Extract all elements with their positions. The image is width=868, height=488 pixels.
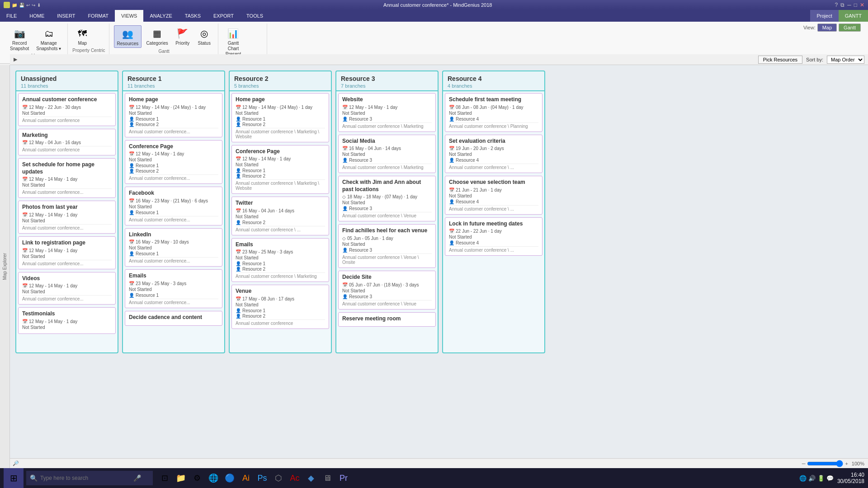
help-icon[interactable]: ? bbox=[835, 2, 838, 8]
priority-button[interactable]: 🚩 Priority bbox=[173, 25, 193, 47]
battery-icon[interactable]: 🔋 bbox=[817, 475, 825, 482]
card-date: 📅 19 Jun - 20 Jun · 2 days bbox=[449, 146, 538, 151]
card-resource: 👤 Resource 2 bbox=[236, 267, 325, 272]
window-title: Annual customer conference* - MindGenius… bbox=[41, 2, 835, 8]
list-item[interactable]: Home page📅 12 May - 14 May · (24 May) · … bbox=[125, 93, 222, 137]
tab-project[interactable]: Project bbox=[810, 10, 838, 22]
list-item[interactable]: Set evaluation criteria📅 19 Jun - 20 Jun… bbox=[445, 135, 542, 174]
list-item[interactable]: Decide Site📅 05 Jun - 07 Jun · (18 May) … bbox=[338, 271, 436, 310]
list-item[interactable]: Conference Page📅 12 May - 14 May · 1 day… bbox=[231, 145, 329, 194]
chrome-button[interactable]: 🔵 bbox=[222, 471, 237, 485]
zoom-slider[interactable]: ─ + bbox=[802, 460, 848, 467]
list-item[interactable]: LinkedIn📅 16 May - 29 May · 10 daysNot S… bbox=[125, 228, 222, 267]
photoshop-button[interactable]: Ps bbox=[255, 471, 269, 485]
list-item[interactable]: Set schedule for home page updates📅 12 M… bbox=[18, 158, 116, 198]
manage-snapshots-button[interactable]: 🗂 ManageSnapshots ▾ bbox=[33, 25, 64, 52]
microphone-icon[interactable]: 🎤 bbox=[133, 474, 141, 482]
network-icon[interactable]: 🌐 bbox=[799, 475, 807, 482]
person-icon: 👤 bbox=[236, 117, 241, 122]
list-item[interactable]: Schedule first team meeting📅 08 Jun - 08… bbox=[445, 93, 542, 132]
app8-button[interactable]: 🖥 bbox=[320, 471, 335, 485]
tab-file[interactable]: FILE bbox=[0, 10, 23, 22]
card-path: Annual customer conference \ ... bbox=[236, 226, 325, 232]
tab-views[interactable]: VIEWS bbox=[115, 10, 143, 22]
list-item[interactable]: Choose venue selection team📅 21 Jun - 21… bbox=[445, 176, 542, 215]
list-item[interactable]: Emails📅 23 May - 25 May · 3 daysNot Star… bbox=[125, 269, 222, 308]
settings-button[interactable]: ⚙ bbox=[190, 471, 204, 485]
list-item[interactable]: Photos from last year📅 12 May - 14 May ·… bbox=[18, 201, 116, 234]
task-view-button[interactable]: ⊡ bbox=[157, 471, 172, 485]
volume-icon[interactable]: 🔊 bbox=[808, 475, 816, 482]
edge-button[interactable]: 🌐 bbox=[206, 471, 221, 485]
record-snapshot-button[interactable]: 📷 RecordSnapshot bbox=[7, 25, 32, 52]
card-date: ◇ 05 Jun - 05 Jun · 1 day bbox=[342, 236, 432, 241]
view-label: View: bbox=[803, 25, 816, 30]
list-item[interactable]: Social Media📅 16 May - 04 Jun · 14 daysN… bbox=[338, 135, 436, 174]
list-item[interactable]: Annual customer conference📅 12 May - 22 … bbox=[18, 93, 116, 126]
file-explorer-button[interactable]: 📁 bbox=[174, 471, 188, 485]
notification-icon[interactable]: 💬 bbox=[826, 475, 834, 482]
pick-resources-button[interactable]: Pick Resources bbox=[758, 56, 802, 64]
card-title: Decide Site bbox=[342, 274, 432, 281]
app6-button[interactable]: ⬡ bbox=[271, 471, 286, 485]
card-status: Not Started bbox=[129, 111, 218, 116]
app7-button[interactable]: ◆ bbox=[304, 471, 318, 485]
card-date: 📅 12 May - 22 Jun · 30 days bbox=[22, 105, 112, 110]
categories-button[interactable]: ▦ Categories bbox=[143, 25, 170, 47]
card-resource: 👤 Resource 2 bbox=[236, 220, 325, 225]
restore-icon[interactable]: ⧉ bbox=[840, 2, 844, 8]
left-sidebar-collapse[interactable]: Map Explorer bbox=[0, 65, 10, 468]
list-item[interactable]: Decide cadence and content bbox=[125, 311, 222, 326]
search-input[interactable] bbox=[40, 475, 131, 481]
list-item[interactable]: Venue📅 17 May - 08 Jun · 17 daysNot Star… bbox=[231, 285, 329, 329]
card-path: Annual customer conference... bbox=[129, 216, 218, 222]
list-item[interactable]: Conference Page📅 12 May - 14 May · 1 day… bbox=[125, 140, 222, 184]
map-button[interactable]: 🗺 Map bbox=[72, 25, 92, 47]
tab-home[interactable]: HOME bbox=[23, 10, 51, 22]
sort-by-select[interactable]: Map Order bbox=[827, 56, 864, 64]
list-item[interactable]: Find achilles heel for each venue◇ 05 Ju… bbox=[338, 224, 436, 268]
tab-tasks[interactable]: TASKS bbox=[179, 10, 207, 22]
start-button[interactable]: ⊞ bbox=[4, 468, 24, 488]
minimize-button[interactable]: ─ bbox=[847, 2, 851, 8]
list-item[interactable]: Link to registration page📅 12 May - 14 M… bbox=[18, 236, 116, 269]
sort-by-label: Sort by: bbox=[806, 57, 823, 62]
tab-insert[interactable]: INSERT bbox=[51, 10, 81, 22]
card-resource: 👤 Resource 1 bbox=[236, 117, 325, 122]
list-item[interactable]: Check with Jim and Ann about past locati… bbox=[338, 176, 436, 221]
list-item[interactable]: Testimonials📅 12 May - 14 May · 1 dayNot… bbox=[18, 307, 116, 334]
card-path: Annual customer conference bbox=[22, 117, 112, 123]
maximize-button[interactable]: □ bbox=[854, 2, 857, 8]
calendar-icon: 📅 bbox=[236, 208, 241, 213]
list-item[interactable]: Emails📅 23 May - 25 May · 3 daysNot Star… bbox=[231, 238, 329, 282]
tab-export[interactable]: EXPORT bbox=[207, 10, 240, 22]
calendar-icon: 📅 bbox=[22, 105, 28, 110]
taskbar-search[interactable]: 🔍 🎤 bbox=[26, 471, 153, 485]
zoom-range[interactable] bbox=[807, 460, 843, 467]
status-button[interactable]: ◎ Status bbox=[194, 25, 214, 47]
tab-tools[interactable]: TOOLS bbox=[240, 10, 269, 22]
list-item[interactable]: Videos📅 12 May - 14 May · 1 dayNot Start… bbox=[18, 272, 116, 305]
list-item[interactable]: Marketing📅 12 May - 04 Jun · 16 daysAnnu… bbox=[18, 129, 116, 156]
tab-analyze[interactable]: ANALYZE bbox=[143, 10, 178, 22]
list-item[interactable]: Home page📅 12 May - 14 May · (24 May) · … bbox=[231, 93, 329, 142]
left-collapse-arrow[interactable]: ▶ bbox=[14, 56, 17, 62]
view-gantt-button[interactable]: Gantt bbox=[839, 23, 861, 32]
list-item[interactable]: Reserve meeting room bbox=[338, 312, 436, 327]
list-item[interactable]: Lock in future meeting dates📅 22 Jun - 2… bbox=[445, 217, 542, 256]
acrobat-button[interactable]: Ac bbox=[288, 471, 302, 485]
premiere-button[interactable]: Pr bbox=[336, 471, 351, 485]
list-item[interactable]: Twitter📅 16 May - 04 Jun · 14 daysNot St… bbox=[231, 197, 329, 235]
gantt-chart-button[interactable]: 📊 GanttChartPresent bbox=[223, 25, 244, 58]
card-path: Annual customer conference... bbox=[129, 174, 218, 181]
view-map-button[interactable]: Map bbox=[817, 23, 837, 32]
tab-gantt[interactable]: GANTT bbox=[839, 10, 868, 22]
close-button[interactable]: ✕ bbox=[860, 2, 864, 8]
list-item[interactable]: Website📅 12 May - 14 May · 1 dayNot Star… bbox=[338, 93, 436, 132]
clock[interactable]: 16:40 30/05/2018 bbox=[837, 472, 864, 484]
col-subtitle-resource1: 11 branches bbox=[127, 83, 220, 89]
illustrator-button[interactable]: Ai bbox=[239, 471, 253, 485]
tab-format[interactable]: FORMAT bbox=[81, 10, 115, 22]
resources-button[interactable]: 👥 Resources bbox=[114, 25, 142, 48]
list-item[interactable]: Facebook📅 16 May - 23 May · (21 May) · 6… bbox=[125, 187, 222, 225]
